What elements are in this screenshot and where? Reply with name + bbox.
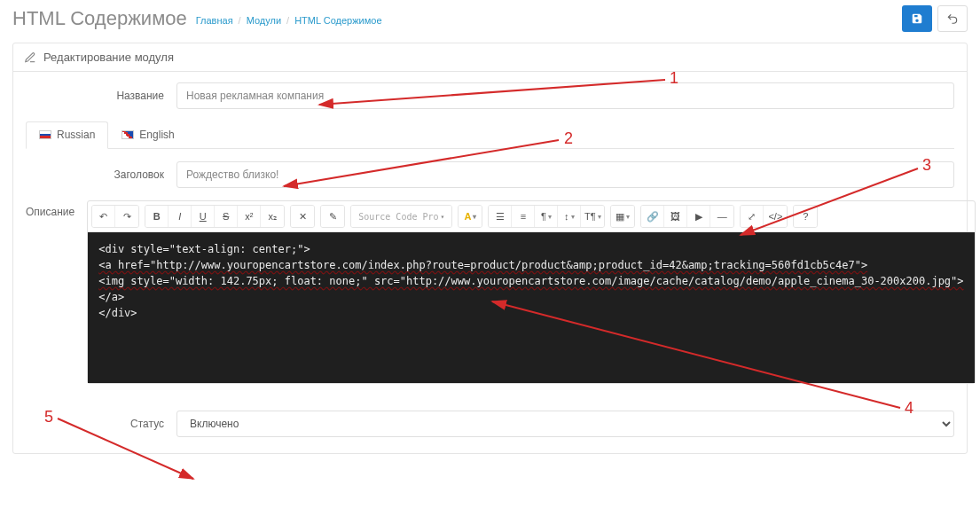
- redo-btn[interactable]: ↷: [115, 206, 138, 227]
- cancel-button[interactable]: [937, 5, 968, 32]
- crumb-modules[interactable]: Модули: [247, 15, 281, 26]
- color-btn[interactable]: A▾: [459, 206, 482, 227]
- tab-russian-label: Russian: [57, 129, 95, 141]
- clear-btn[interactable]: ✕: [291, 206, 314, 227]
- table-btn[interactable]: ▦▾: [611, 206, 634, 227]
- desc-label: Описание: [26, 200, 87, 218]
- hr-btn[interactable]: —: [710, 206, 733, 227]
- pencil-icon: [24, 51, 36, 64]
- crumb-current[interactable]: HTML Содержимое: [294, 15, 381, 26]
- undo-icon: [946, 12, 959, 25]
- page-title: HTML Содержимое: [12, 7, 187, 30]
- image-btn[interactable]: 🖼: [664, 206, 687, 227]
- italic-btn[interactable]: I: [169, 206, 192, 227]
- flag-en-icon: [122, 130, 134, 139]
- font-select[interactable]: Source Code Pro▾: [351, 206, 451, 227]
- anno-3: 3: [922, 156, 931, 175]
- bold-btn[interactable]: B: [145, 206, 169, 227]
- anno-1: 1: [670, 69, 678, 88]
- name-label: Название: [26, 90, 176, 102]
- save-icon: [911, 12, 923, 25]
- underline-btn[interactable]: U: [192, 206, 215, 227]
- strike-btn[interactable]: S: [215, 206, 238, 227]
- sup-btn[interactable]: x²: [238, 206, 261, 227]
- link-btn[interactable]: 🔗: [641, 206, 664, 227]
- tab-english-label: English: [139, 129, 174, 141]
- lineheight-btn[interactable]: ↕▾: [558, 206, 581, 227]
- crumb-home[interactable]: Главная: [196, 15, 233, 26]
- breadcrumb: Главная / Модули / HTML Содержимое: [196, 15, 382, 26]
- editor-toolbar: ↶↷ B I U S x² x₂ ✕ ✎ Source Code: [88, 201, 974, 232]
- tab-english[interactable]: English: [108, 121, 187, 148]
- name-input[interactable]: [176, 82, 954, 109]
- para-btn[interactable]: ¶▾: [535, 206, 558, 227]
- anno-4: 4: [905, 399, 913, 418]
- format-btn[interactable]: T¶▾: [581, 206, 604, 227]
- codeview-btn[interactable]: </>: [764, 206, 787, 227]
- flag-ru-icon: [39, 130, 51, 139]
- code-editor[interactable]: <div style="text-align: center;"> <a hre…: [88, 232, 974, 383]
- ol-btn[interactable]: ≡: [512, 206, 535, 227]
- fullscreen-btn[interactable]: ⤢: [741, 206, 764, 227]
- panel-heading: Редактирование модуля: [13, 43, 967, 72]
- panel-title: Редактирование модуля: [43, 51, 174, 64]
- anno-2: 2: [564, 129, 573, 148]
- sub-btn[interactable]: x₂: [261, 206, 284, 227]
- undo-btn[interactable]: ↶: [92, 206, 115, 227]
- tab-russian[interactable]: Russian: [26, 121, 108, 149]
- ul-btn[interactable]: ☰: [489, 206, 512, 227]
- heading-input[interactable]: [176, 161, 954, 188]
- help-btn[interactable]: ?: [794, 206, 817, 227]
- heading-label: Заголовок: [26, 168, 176, 181]
- save-button[interactable]: [902, 5, 932, 32]
- status-select[interactable]: Включено: [176, 411, 954, 437]
- anno-5: 5: [44, 408, 53, 426]
- picker-btn[interactable]: ✎: [321, 206, 344, 227]
- video-btn[interactable]: ▶: [687, 206, 710, 227]
